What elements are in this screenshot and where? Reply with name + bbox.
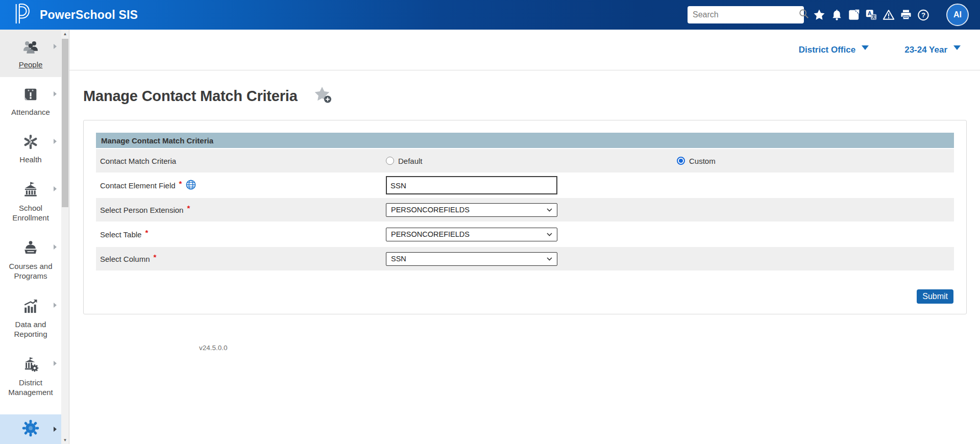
submit-button[interactable]: Submit xyxy=(917,289,953,304)
radio-custom-circle[interactable] xyxy=(677,157,685,165)
contact-match-criteria-options: Default Custom xyxy=(386,149,954,172)
main-content: District Office 23-24 Year Manage Contac… xyxy=(69,30,980,444)
chevron-right-icon xyxy=(54,186,57,191)
avatar-initials: AI xyxy=(953,10,962,19)
left-nav-sidebar: People Attendance xyxy=(0,30,69,444)
table-section-header: Manage Contact Match Criteria xyxy=(96,133,954,149)
sidebar-item-attendance[interactable]: Attendance xyxy=(0,77,61,125)
sidebar-item-school-enrollment[interactable]: School Enrollment xyxy=(0,172,61,230)
sidebar-item-courses-programs[interactable]: Courses and Programs xyxy=(0,230,61,288)
app-title: PowerSchool SIS xyxy=(40,8,138,22)
top-header-bar: PowerSchool SIS xyxy=(0,0,980,30)
field-translation-globe-icon[interactable] xyxy=(185,179,197,192)
add-favorite-star-icon[interactable] xyxy=(314,86,332,106)
svg-text:?: ? xyxy=(921,11,925,19)
print-icon[interactable] xyxy=(900,9,912,21)
select-table-value: PERSONCOREFIELDS xyxy=(391,230,470,238)
sidebar-item-label: District Management xyxy=(5,378,56,397)
translate-icon[interactable]: A xyxy=(865,9,877,21)
page-title: Manage Contact Match Criteria xyxy=(83,88,298,105)
chevron-down-icon xyxy=(547,257,552,261)
favorites-star-icon[interactable] xyxy=(813,9,825,21)
row-select-table: Select Table * PERSONCOREFIELDS xyxy=(96,223,954,247)
select-column-value: SSN xyxy=(391,255,406,263)
sidebar-item-label: People xyxy=(5,60,56,69)
sidebar-item-people[interactable]: People xyxy=(0,30,61,77)
sidebar-item-district-management[interactable]: District Management xyxy=(0,347,61,405)
alerts-warning-icon[interactable] xyxy=(883,9,895,21)
version-label: v24.5.0.0 xyxy=(199,344,228,352)
select-column-dropdown[interactable]: SSN xyxy=(386,252,557,266)
table-section-title: Manage Contact Match Criteria xyxy=(101,136,213,145)
sidebar-scrollbar[interactable]: ▲ ▼ xyxy=(61,30,69,444)
school-selector-label: District Office xyxy=(799,45,855,55)
context-selector-bar: District Office 23-24 Year xyxy=(69,30,980,70)
chevron-right-icon xyxy=(54,303,57,308)
row-select-column: Select Column * SSN xyxy=(96,247,954,272)
chevron-right-icon xyxy=(54,139,57,144)
global-search xyxy=(688,6,804,23)
required-asterisk: * xyxy=(179,179,182,188)
lectern-teacher-icon xyxy=(5,239,56,257)
select-column-label: Select Column * xyxy=(100,255,386,263)
row-select-person-extension: Select Person Extension * PERSONCOREFIEL… xyxy=(96,198,954,223)
scrollbar-thumb[interactable] xyxy=(62,39,68,207)
caret-down-icon xyxy=(862,45,869,50)
select-table-dropdown[interactable]: PERSONCOREFIELDS xyxy=(386,228,557,241)
caret-down-icon xyxy=(953,45,961,50)
school-building-icon xyxy=(5,181,56,199)
contact-match-criteria-label: Contact Match Criteria xyxy=(100,157,386,165)
row-contact-match-criteria: Contact Match Criteria Default Custom xyxy=(96,149,954,174)
scroll-up-arrow[interactable]: ▲ xyxy=(61,30,69,38)
nav-list: People Attendance xyxy=(0,30,61,405)
district-building-gear-icon xyxy=(5,356,56,373)
select-person-extension-value: PERSONCOREFIELDS xyxy=(391,206,470,214)
sidebar-item-label: Courses and Programs xyxy=(5,261,56,281)
contact-element-field-label: Contact Element Field * xyxy=(100,179,386,192)
radio-custom[interactable]: Custom xyxy=(677,157,716,165)
chevron-right-icon xyxy=(54,244,57,250)
notifications-bell-icon[interactable] xyxy=(830,9,843,21)
radio-default[interactable]: Default xyxy=(386,157,423,165)
contact-element-field-cell xyxy=(386,176,954,194)
manage-contact-match-criteria-form: Manage Contact Match Criteria Contact Ma… xyxy=(83,120,967,314)
required-asterisk: * xyxy=(145,228,148,237)
sidebar-item-settings[interactable] xyxy=(0,414,61,444)
health-icon xyxy=(5,134,56,150)
select-table-label: Select Table * xyxy=(100,230,386,239)
chevron-down-icon xyxy=(547,233,552,236)
sidebar-item-label: Attendance xyxy=(5,107,56,117)
user-avatar[interactable]: AI xyxy=(946,4,969,26)
app-logo[interactable]: PowerSchool SIS xyxy=(13,3,138,27)
term-selector[interactable]: 23-24 Year xyxy=(904,45,961,55)
criteria-table: Manage Contact Match Criteria Contact Ma… xyxy=(96,133,954,272)
compose-external-link-icon[interactable] xyxy=(848,9,860,21)
help-icon[interactable]: ? xyxy=(917,9,929,21)
school-selector[interactable]: District Office xyxy=(799,45,869,55)
scroll-down-arrow[interactable]: ▼ xyxy=(61,436,69,444)
chevron-right-icon xyxy=(54,91,57,96)
sidebar-item-label: Data and Reporting xyxy=(5,319,56,339)
radio-custom-label: Custom xyxy=(689,157,716,165)
required-asterisk: * xyxy=(187,204,190,212)
required-asterisk: * xyxy=(154,253,157,261)
radio-default-label: Default xyxy=(398,157,423,165)
sidebar-item-label: Health xyxy=(5,155,56,164)
term-selector-label: 23-24 Year xyxy=(904,45,947,55)
search-icon[interactable] xyxy=(798,8,810,21)
sidebar-item-data-reporting[interactable]: Data and Reporting xyxy=(0,288,61,347)
settings-gear-icon xyxy=(21,419,40,439)
search-input[interactable] xyxy=(693,10,798,19)
sidebar-item-health[interactable]: Health xyxy=(0,125,61,172)
chevron-right-icon xyxy=(54,427,57,432)
contact-element-field-input[interactable] xyxy=(386,176,557,194)
chevron-right-icon xyxy=(54,361,57,366)
chevron-down-icon xyxy=(547,208,552,212)
powerschool-logo-icon xyxy=(13,3,33,27)
chevron-right-icon xyxy=(54,44,57,49)
select-person-extension-label: Select Person Extension * xyxy=(100,206,386,214)
radio-default-circle[interactable] xyxy=(386,157,394,165)
select-person-extension-dropdown[interactable]: PERSONCOREFIELDS xyxy=(386,203,557,217)
row-contact-element-field: Contact Element Field * xyxy=(96,174,954,198)
attendance-icon xyxy=(5,86,56,103)
